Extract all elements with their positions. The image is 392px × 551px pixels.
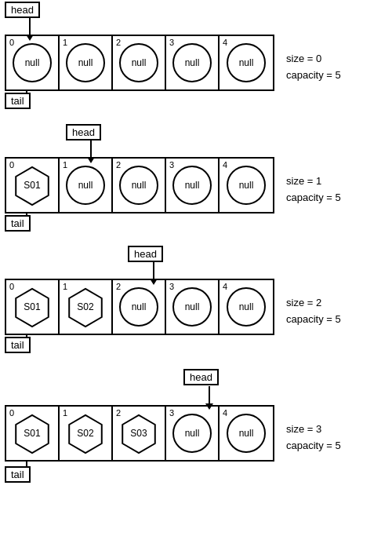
circle-shape-0-3: null [172,43,212,82]
capacity-text-2: capacity = 5 [286,313,341,325]
cell-1-1: 1null [60,159,113,212]
cell-3-1: 1S02 [60,407,113,460]
size-capacity-label-3: size = 3capacity = 5 [286,421,341,454]
circle-shape-1-3: null [172,166,212,205]
size-text-1: size = 1 [286,175,321,187]
capacity-text-1: capacity = 5 [286,192,341,203]
cell-2-3: 3null [166,280,220,334]
circle-shape-0-4: null [227,43,266,82]
cell-3-3: 3null [166,407,220,460]
hexagon-label-1-0: S01 [24,180,40,191]
array-0: 0null1null2null3null4null [5,35,274,91]
cell-1-3: 3null [166,159,220,212]
head-box-3: head [183,369,219,385]
cell-1-2: 2null [113,159,166,212]
circle-shape-2-3: null [172,287,212,327]
circle-shape-3-4: null [227,414,266,453]
head-box-2: head [128,246,163,262]
size-text-0: size = 0 [286,53,321,64]
hexagon-label-2-0: S01 [24,301,40,312]
size-capacity-label-2: size = 2capacity = 5 [286,295,341,328]
capacity-text-3: capacity = 5 [286,440,341,451]
cell-3-2: 2S03 [113,407,166,460]
cell-1-4: 4null [220,159,273,212]
circle-shape-0-2: null [119,43,158,82]
cell-2-2: 2null [113,280,166,334]
hexagon-label-3-1: S02 [77,428,93,439]
cell-index-0-2: 2 [116,38,121,47]
cell-index-0-0: 0 [9,38,14,47]
head-box-1: head [66,124,101,140]
tail-box-1: tail [5,215,31,232]
cell-index-2-2: 2 [116,282,121,291]
hexagon-shape-1-0: S01 [12,166,53,205]
circle-shape-1-2: null [119,166,158,205]
hexagon-label-3-0: S01 [24,428,40,439]
cell-2-1: 1S02 [60,280,113,334]
size-capacity-label-1: size = 1capacity = 5 [286,173,341,206]
cell-index-0-3: 3 [169,38,174,47]
size-text-3: size = 3 [286,423,321,435]
circle-shape-0-0: null [13,43,52,82]
hexagon-shape-2-0: S01 [12,287,53,327]
size-capacity-label-0: size = 0capacity = 5 [286,51,341,84]
cell-0-4: 4null [220,36,273,89]
cell-index-0-4: 4 [223,38,227,47]
cell-index-2-4: 4 [223,282,227,291]
cell-0-3: 3null [166,36,220,89]
hexagon-shape-3-0: S01 [12,414,53,453]
cell-0-2: 2null [113,36,166,89]
tail-box-2: tail [5,337,31,353]
cell-index-1-1: 1 [63,160,67,170]
circle-shape-1-4: null [227,166,266,205]
circle-shape-1-1: null [66,166,105,205]
cell-0-1: 1null [60,36,113,89]
cell-index-1-4: 4 [223,160,227,170]
cell-index-2-3: 3 [169,282,174,291]
cell-index-1-3: 3 [169,160,174,170]
cell-index-3-3: 3 [169,408,174,418]
circle-shape-2-4: null [227,287,266,327]
circle-shape-2-2: null [119,287,158,327]
hexagon-label-3-2: S03 [130,428,147,439]
cell-index-3-4: 4 [223,408,227,418]
cell-3-4: 4null [220,407,273,460]
cell-index-0-1: 1 [63,38,67,47]
tail-box-3: tail [5,466,31,483]
cell-2-0: 0S01 [6,280,60,334]
hexagon-shape-3-1: S02 [65,414,106,453]
capacity-text-0: capacity = 5 [286,69,341,81]
circle-shape-0-1: null [66,43,105,82]
cell-3-0: 0S01 [6,407,60,460]
hexagon-shape-3-2: S03 [118,414,159,453]
size-text-2: size = 2 [286,297,321,308]
cell-index-1-2: 2 [116,160,121,170]
hexagon-shape-2-1: S02 [65,287,106,327]
array-3: 0S011S022S033null4null [5,405,274,462]
array-2: 0S011S022null3null4null [5,279,274,335]
array-1: 0S011null2null3null4null [5,157,274,213]
cell-2-4: 4null [220,280,273,334]
head-box-0: head [5,2,40,18]
tail-box-0: tail [5,93,31,109]
cell-1-0: 0S01 [6,159,60,212]
hexagon-label-2-1: S02 [77,301,93,312]
circle-shape-3-3: null [172,414,212,453]
cell-0-0: 0null [6,36,60,89]
